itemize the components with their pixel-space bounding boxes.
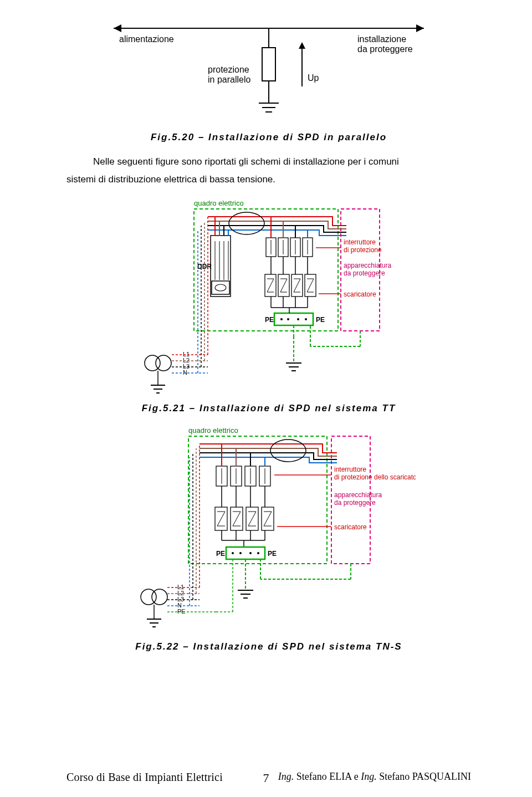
scaricatori-group	[265, 274, 316, 297]
label-apparecchiatura: apparecchiatura	[344, 262, 391, 269]
paragraph-line-2: sistemi di distribuzione elettrica di ba…	[66, 174, 275, 185]
footer-name-1: Stefano ELIA e	[294, 771, 361, 782]
svg-rect-4	[262, 48, 275, 81]
footer-authors: Ing. Stefano ELIA e Ing. Stefano PASQUAL…	[278, 771, 471, 783]
label-installazione: installazione	[357, 34, 406, 44]
svg-point-29	[229, 212, 264, 234]
label-pe-left: PE	[265, 316, 274, 324]
label-scaricatore: scaricatore	[344, 290, 376, 298]
svg-marker-10	[299, 42, 305, 49]
page: alimentazione installazione da protegger…	[0, 0, 532, 797]
label-quadro-elettrico: quadro elettrico	[194, 199, 244, 207]
label-in-parallelo: in parallelo	[208, 75, 250, 84]
svg-marker-1	[114, 24, 121, 32]
svg-point-94	[270, 440, 306, 462]
svg-point-113	[257, 552, 259, 554]
footer-ing-2: Ing.	[361, 771, 377, 782]
label-da-proteggere: da proteggere	[344, 269, 385, 277]
label-di-protezione-scaricatore: di protezione dello scaricatore	[334, 473, 416, 481]
fig-5-20-diagram: alimentazione installazione da protegger…	[66, 14, 471, 127]
label-pe-left-2: PE	[216, 550, 225, 558]
label-apparecchiatura-2: apparecchiatura	[334, 491, 382, 499]
label-pe-right: PE	[316, 316, 325, 324]
svg-point-112	[249, 552, 252, 554]
interruttore-scaricatore-group	[216, 466, 270, 486]
label-pe-line: PE	[177, 608, 186, 615]
svg-rect-13	[274, 313, 313, 325]
svg-point-110	[232, 552, 234, 554]
label-up: Up	[308, 73, 319, 83]
svg-rect-19	[212, 281, 229, 294]
label-pe-right-2: PE	[268, 550, 277, 558]
svg-marker-2	[416, 24, 424, 32]
body-paragraph: Nelle seguenti figure sono riportati gli…	[66, 153, 471, 189]
caption-fig-5-20: Fig.5.20 – Installazione di SPD in paral…	[66, 132, 471, 143]
svg-rect-80	[188, 436, 327, 564]
caption-fig-5-21: Fig.5.21 – Installazione di SPD nel sist…	[66, 403, 471, 414]
footer-page-number: 7	[263, 771, 269, 785]
label-interruttore-2: interruttore	[334, 466, 366, 473]
svg-point-15	[287, 318, 289, 320]
footer-course: Corso di Base di Impianti Elettrici	[66, 771, 223, 783]
spd-tns-schematic: quadro elettrico	[122, 424, 416, 635]
svg-point-14	[280, 318, 283, 320]
label-di-protezione: di protezione	[344, 246, 382, 254]
svg-point-17	[305, 318, 307, 320]
label-protezione: protezione	[208, 65, 249, 74]
label-interruttore: interruttore	[344, 238, 376, 246]
label-scaricatore-2: scaricatore	[334, 523, 367, 531]
label-quadro-elettrico-2: quadro elettrico	[188, 426, 238, 435]
svg-point-67	[156, 355, 171, 371]
caption-fig-5-22: Fig.5.22 – Installazione di SPD nel sist…	[66, 641, 471, 652]
spd-parallel-schematic: alimentazione installazione da protegger…	[97, 14, 441, 125]
svg-point-124	[152, 589, 167, 605]
spd-tt-schematic: quadro elettrico PE PE DDR	[122, 197, 416, 396]
scaricatori-group-2	[215, 507, 274, 530]
svg-point-16	[297, 318, 299, 320]
footer-name-2: Stefano PASQUALINI	[377, 771, 471, 782]
page-footer: Corso di Base di Impianti Elettrici 7 In…	[0, 771, 532, 784]
label-da-proteggere: da proteggere	[357, 44, 413, 54]
footer-ing-1: Ing.	[278, 771, 294, 782]
label-da-proteggere-2: da proteggere	[334, 499, 376, 507]
svg-point-111	[239, 552, 242, 554]
label-n: N	[183, 369, 187, 376]
fig-5-22-diagram: quadro elettrico	[66, 424, 471, 637]
fig-5-21-diagram: quadro elettrico PE PE DDR	[66, 197, 471, 398]
paragraph-line-1: Nelle seguenti figure sono riportati gli…	[93, 156, 399, 167]
label-alimentazione: alimentazione	[119, 34, 174, 44]
interruttore-group	[266, 238, 313, 257]
